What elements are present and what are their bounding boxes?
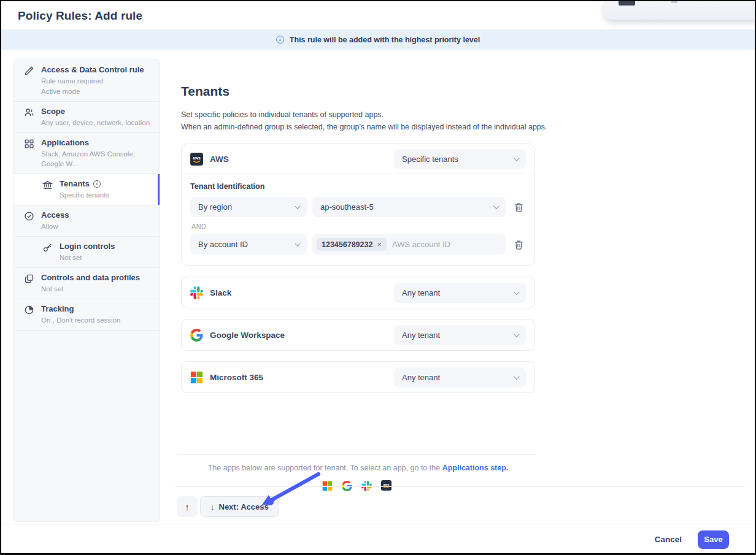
google-tenant-mode-dropdown[interactable]: Any tenant	[394, 325, 526, 345]
sidebar-item-scope[interactable]: Scope Any user, device, network, locatio…	[14, 102, 160, 133]
chevron-down-icon	[295, 240, 301, 247]
sidebar-item-subline: Not set	[41, 284, 140, 294]
pencil-icon	[24, 66, 34, 76]
panel-title: Tenants	[181, 84, 535, 99]
sidebar-item-label: Tracking	[41, 304, 120, 315]
sidebar-item-subline: Specific tenants	[60, 190, 109, 200]
cropped-overlay-card	[604, 1, 756, 20]
sidebar-item-subline: Any user, device, network, location	[41, 118, 150, 128]
apps-grid-icon	[24, 139, 34, 149]
chevron-down-icon	[514, 373, 520, 380]
sidebar-item-subline: Not set	[60, 253, 115, 262]
slack-tenant-mode-dropdown[interactable]: Any tenant	[394, 283, 526, 303]
sidebar-item-label: Tenants	[60, 178, 90, 189]
key-icon	[42, 242, 53, 253]
cancel-button[interactable]: Cancel	[655, 535, 682, 544]
sidebar-item-label: Access & Data Control rule	[41, 64, 144, 75]
sidebar-item-applications[interactable]: Applications Slack, Amazon AWS Console, …	[14, 133, 160, 174]
check-circle-icon	[24, 211, 34, 221]
priority-banner-text: This rule will be added with the highest…	[290, 36, 480, 44]
sidebar-item-label: Applications	[41, 137, 152, 148]
delete-row-button[interactable]	[511, 200, 526, 215]
delete-row-button[interactable]	[511, 237, 526, 252]
aws-tenant-mode-dropdown[interactable]: Specific tenants	[394, 149, 526, 169]
supported-apps-note: The apps below are supported for tenant.…	[181, 464, 535, 472]
microsoft-logo-icon	[190, 371, 203, 384]
app-name: Google Workspace	[210, 331, 387, 340]
info-icon: i	[276, 36, 284, 44]
remove-chip-icon[interactable]: ×	[377, 240, 382, 249]
google-logo-icon	[190, 329, 203, 342]
app-name: AWS	[210, 155, 387, 164]
page-title: Policy Rules: Add rule	[18, 9, 142, 23]
next-access-button[interactable]: ↓ Next: Access	[200, 496, 279, 517]
app-name: Slack	[210, 288, 387, 297]
sidebar-item-tenants[interactable]: Tenants i Specific tenants	[14, 174, 160, 205]
chevron-down-icon	[514, 155, 520, 161]
sidebar-item-label: Login controls	[60, 241, 115, 252]
step-footer: ↑ ↓ Next: Access	[175, 486, 745, 487]
microsoft-tenant-mode-dropdown[interactable]: Any tenant	[394, 367, 526, 388]
aws-account-id-input[interactable]: 123456789232 × AWS account ID	[312, 234, 506, 255]
bank-icon	[42, 180, 53, 190]
region-value-dropdown[interactable]: ap-southeast-5	[312, 197, 506, 217]
rule-steps-sidebar: Access & Data Control rule Rule name req…	[14, 59, 160, 522]
cropped-overlay-fragment	[619, 1, 635, 6]
sidebar-item-label: Controls and data profiles	[41, 272, 140, 283]
tenants-info-icon[interactable]: i	[93, 180, 101, 188]
applications-step-link[interactable]: Applications step.	[442, 464, 509, 472]
users-icon	[24, 107, 34, 118]
slack-logo-icon	[190, 286, 203, 299]
tenant-identification-title: Tenant Identification	[190, 182, 526, 191]
account-id-chip: 123456789232 ×	[317, 238, 387, 251]
arrow-down-icon: ↓	[210, 502, 215, 511]
app-name: Microsoft 365	[210, 373, 387, 382]
action-bar: Cancel Save	[1, 524, 755, 554]
sidebar-item-subline: Allow	[41, 221, 69, 231]
chevron-down-icon	[295, 203, 301, 209]
chevron-down-icon	[514, 331, 520, 337]
app-card-slack: Slack Any tenant	[181, 277, 535, 308]
sidebar-item-label: Access	[41, 210, 69, 221]
input-placeholder: AWS account ID	[392, 240, 450, 249]
sidebar-item-access[interactable]: Access Allow	[14, 205, 160, 237]
svg-text:aws: aws	[193, 156, 201, 160]
tenants-panel: Tenants Set specific policies to individ…	[181, 59, 535, 492]
id-type-dropdown[interactable]: By region	[190, 197, 307, 217]
aws-logo-icon: aws	[190, 153, 203, 166]
arrow-up-icon: ↑	[185, 502, 190, 512]
and-operator-label: AND	[191, 223, 526, 230]
sidebar-item-subline: Slack, Amazon AWS Console, Google W...	[41, 149, 152, 169]
chevron-down-icon	[493, 203, 500, 209]
sidebar-item-subline: Rule name required	[41, 76, 144, 86]
sidebar-item-tracking[interactable]: Tracking On , Don't record session	[14, 299, 160, 331]
copy-icon	[24, 274, 34, 284]
sidebar-item-login-controls[interactable]: Login controls Not set	[14, 237, 160, 268]
cropped-overlay-mark	[671, 1, 677, 3]
tenant-id-row-account: By account ID 123456789232 × AWS account…	[190, 234, 526, 255]
tenant-id-row-region: By region ap-southeast-5	[190, 197, 526, 217]
divider	[179, 454, 536, 455]
sidebar-item-controls-data-profiles[interactable]: Controls and data profiles Not set	[14, 268, 160, 299]
next-button-label: Next: Access	[219, 502, 269, 511]
app-card-microsoft-365: Microsoft 365 Any tenant	[181, 361, 535, 393]
sidebar-item-access-data-control[interactable]: Access & Data Control rule Rule name req…	[14, 60, 160, 102]
save-button[interactable]: Save	[698, 530, 729, 549]
id-type-dropdown[interactable]: By account ID	[190, 234, 307, 255]
priority-banner: i This rule will be added with the highe…	[1, 29, 755, 50]
panel-description: Set specific policies to individual tena…	[181, 109, 535, 133]
scroll-up-button[interactable]: ↑	[177, 496, 198, 517]
chevron-down-icon	[514, 289, 520, 295]
app-card-aws: aws AWS Specific tenants Tenant Identifi…	[181, 144, 535, 266]
sidebar-item-label: Scope	[41, 106, 150, 117]
app-card-google-workspace: Google Workspace Any tenant	[181, 319, 535, 351]
pie-icon	[24, 305, 34, 315]
sidebar-item-subline: Active mode	[41, 86, 144, 96]
sidebar-item-subline: On , Don't record session	[41, 315, 120, 325]
